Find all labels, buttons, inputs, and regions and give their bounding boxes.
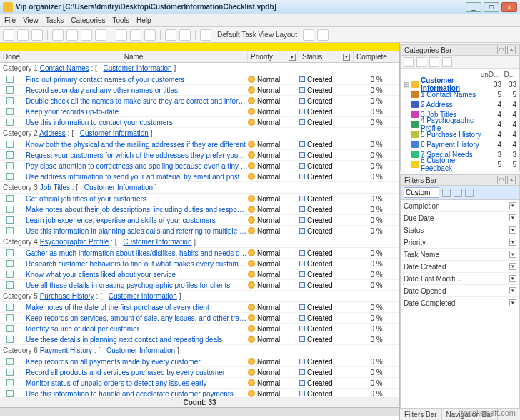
tab-filters-bar[interactable]: Filters Bar xyxy=(400,409,442,420)
filter-icon[interactable]: ▾ xyxy=(289,54,296,61)
done-checkbox[interactable] xyxy=(6,173,14,180)
toolbar-btn[interactable] xyxy=(200,29,211,41)
dropdown-icon[interactable]: ▾ xyxy=(509,287,516,294)
done-checkbox[interactable] xyxy=(6,369,14,376)
category-tree-item[interactable]: 4 Psychographic Profile44 xyxy=(404,119,516,129)
toolbar-btn[interactable] xyxy=(317,29,329,41)
done-checkbox[interactable] xyxy=(6,358,14,365)
custom-filter-input[interactable] xyxy=(404,187,439,198)
col-done[interactable]: Done xyxy=(0,51,20,62)
task-name[interactable]: Use these details in planning next conta… xyxy=(20,336,248,344)
expand-icon[interactable]: ⊟ xyxy=(404,81,409,89)
panel-close-icon[interactable]: × xyxy=(507,46,516,54)
toolbar-btn[interactable] xyxy=(303,29,314,41)
done-checkbox[interactable] xyxy=(6,227,14,234)
task-name[interactable]: Pay close attention to correctness and s… xyxy=(20,162,248,170)
filter-row[interactable]: Date Opened▾ xyxy=(401,285,519,297)
menu-categories[interactable]: Categories xyxy=(71,16,105,24)
task-row[interactable]: Know what your clients liked about your … xyxy=(0,269,399,280)
done-checkbox[interactable] xyxy=(6,195,14,202)
filter-row[interactable]: Task Name▾ xyxy=(401,249,519,261)
filter-row[interactable]: Completion▾ xyxy=(401,200,519,212)
cat-toolbar-btn[interactable] xyxy=(416,57,426,67)
task-row[interactable]: Request your customers for which of the … xyxy=(0,150,399,161)
col-status[interactable]: Status▾ xyxy=(299,51,354,62)
filter-row[interactable]: Priority▾ xyxy=(401,236,519,249)
done-checkbox[interactable] xyxy=(6,206,14,213)
menu-help[interactable]: Help xyxy=(136,16,151,24)
task-name[interactable]: Make notes about their job descriptions,… xyxy=(20,206,248,214)
close-button[interactable]: × xyxy=(501,2,517,12)
dropdown-icon[interactable]: ▾ xyxy=(509,214,516,221)
minimize-button[interactable]: _ xyxy=(466,2,481,12)
task-row[interactable]: Know both the physical and the mailing a… xyxy=(0,139,399,150)
dropdown-icon[interactable]: ▾ xyxy=(509,275,516,282)
task-row[interactable]: Use all these details in creating psycho… xyxy=(0,280,399,291)
done-checkbox[interactable] xyxy=(6,314,14,321)
task-name[interactable]: Keep your records up-to-date xyxy=(20,108,248,116)
filter-row[interactable]: Date Completed▾ xyxy=(401,297,519,309)
h-scrollbar[interactable] xyxy=(0,407,399,416)
task-name[interactable]: Double check all the names to make sure … xyxy=(20,97,248,105)
menu-view[interactable]: View xyxy=(23,16,39,24)
filter-btn[interactable] xyxy=(442,189,451,197)
task-name[interactable]: Find out primary contact names of your c… xyxy=(20,76,248,84)
task-row[interactable]: Use address information to send your ad … xyxy=(0,171,399,182)
menu-tools[interactable]: Tools xyxy=(113,16,129,24)
done-checkbox[interactable] xyxy=(6,304,14,311)
toolbar-btn[interactable] xyxy=(95,29,106,41)
task-row[interactable]: Use these details in planning next conta… xyxy=(0,334,399,345)
task-name[interactable]: Use this information in planning sales c… xyxy=(20,227,248,235)
task-name[interactable]: Identify source of deal per customer xyxy=(20,325,248,333)
filter-row[interactable]: Status▾ xyxy=(401,224,519,236)
category-tree-item[interactable]: 1 Contact Names55 xyxy=(404,89,516,99)
task-row[interactable]: Use this information in planning sales c… xyxy=(0,226,399,236)
task-name[interactable]: Make notes of the date of the first purc… xyxy=(20,304,248,311)
dropdown-icon[interactable]: ▾ xyxy=(509,202,516,209)
task-name[interactable]: Gather as much information about likes/d… xyxy=(20,249,248,257)
done-checkbox[interactable] xyxy=(6,86,14,94)
done-checkbox[interactable] xyxy=(6,162,14,169)
task-name[interactable]: Research customer behaviors to find out … xyxy=(20,260,248,268)
task-name[interactable]: Use this information to contact your cus… xyxy=(20,119,248,126)
category-row[interactable]: Category 4 Psychographic Profile : [ Cus… xyxy=(0,236,399,248)
filter-row[interactable]: Due Date▾ xyxy=(401,212,519,224)
done-checkbox[interactable] xyxy=(6,325,14,332)
filter-btn[interactable] xyxy=(454,189,462,197)
toolbar-btn[interactable] xyxy=(144,29,156,41)
task-row[interactable]: Monitor status of unpaid orders to detec… xyxy=(0,378,399,389)
maximize-button[interactable]: □ xyxy=(484,2,499,12)
toolbar-btn[interactable] xyxy=(130,29,141,41)
cat-toolbar-btn[interactable] xyxy=(442,57,452,67)
task-name[interactable]: Know both the physical and the mailing a… xyxy=(20,141,248,149)
done-checkbox[interactable] xyxy=(6,76,14,83)
toolbar-btn[interactable] xyxy=(66,29,78,41)
task-row[interactable]: Record all products and services purchas… xyxy=(0,367,399,378)
task-name[interactable]: Learn job experience, expertise and skil… xyxy=(20,216,248,224)
task-name[interactable]: Use all these details in creating psycho… xyxy=(20,281,248,289)
filter-row[interactable]: Date Created▾ xyxy=(401,261,519,273)
task-name[interactable]: Use this information to handle and accel… xyxy=(20,390,248,398)
task-row[interactable]: Keep your records up-to-dateNormalCreate… xyxy=(0,106,399,117)
done-checkbox[interactable] xyxy=(6,141,14,148)
category-row[interactable]: Category 1 Contact Names : [ Customer In… xyxy=(0,63,399,74)
category-row[interactable]: Category 5 Purchase History : [ Customer… xyxy=(0,291,399,302)
col-complete[interactable]: Complete xyxy=(354,51,399,62)
done-checkbox[interactable] xyxy=(6,216,14,224)
task-name[interactable]: Record all products and services purchas… xyxy=(20,369,248,376)
task-row[interactable]: Research customer behaviors to find out … xyxy=(0,259,399,269)
task-row[interactable]: Make notes of the date of the first purc… xyxy=(0,302,399,313)
filter-btn[interactable] xyxy=(465,189,474,197)
task-name[interactable]: Know what your clients liked about your … xyxy=(20,271,248,279)
done-checkbox[interactable] xyxy=(6,97,14,104)
toolbar-btn[interactable] xyxy=(3,29,14,41)
dropdown-icon[interactable]: ▾ xyxy=(509,299,516,306)
task-name[interactable]: Keep records on all payments made by eve… xyxy=(20,358,248,366)
toolbar-btn[interactable] xyxy=(165,29,176,41)
task-row[interactable]: Make notes about their job descriptions,… xyxy=(0,204,399,215)
done-checkbox[interactable] xyxy=(6,379,14,386)
col-priority[interactable]: Priority▾ xyxy=(248,51,299,62)
done-checkbox[interactable] xyxy=(6,249,14,256)
done-checkbox[interactable] xyxy=(6,151,14,159)
task-row[interactable]: Keep records on services, amount of sale… xyxy=(0,313,399,324)
